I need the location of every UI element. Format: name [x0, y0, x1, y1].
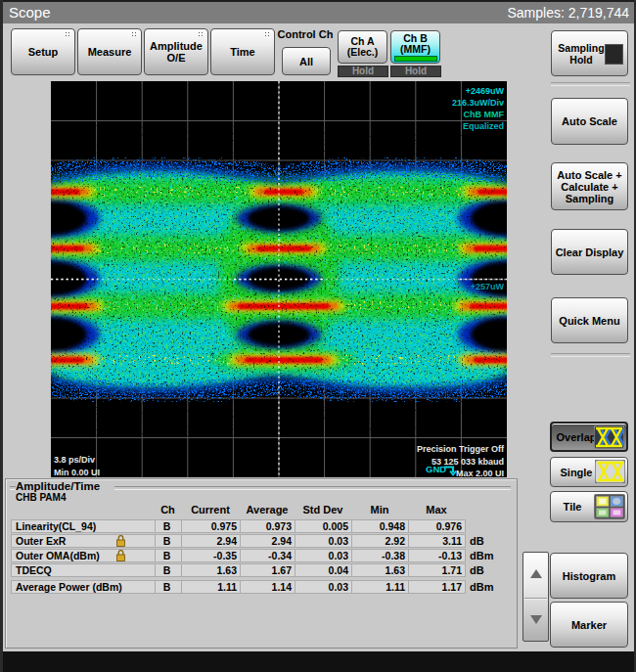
- svg-text:Max 2.00 UI: Max 2.00 UI: [456, 469, 504, 477]
- svg-text:Precision Trigger Off: Precision Trigger Off: [417, 444, 505, 454]
- svg-text:Min 0.00 UI: Min 0.00 UI: [54, 468, 100, 477]
- svg-text:ChB MMF: ChB MMF: [464, 110, 505, 119]
- svg-text:+257uW: +257uW: [471, 282, 505, 291]
- svg-text:Equalized: Equalized: [463, 121, 504, 131]
- svg-text:216.3uW/Div: 216.3uW/Div: [452, 98, 504, 108]
- svg-text:3.8 ps/Div: 3.8 ps/Div: [54, 455, 95, 465]
- svg-text:GND: GND: [426, 464, 446, 474]
- svg-text:+2469uW: +2469uW: [466, 86, 505, 96]
